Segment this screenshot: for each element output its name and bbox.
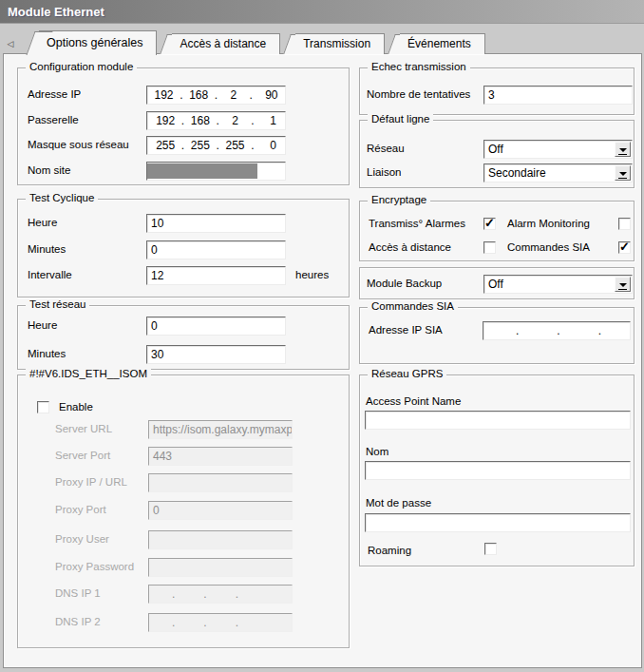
proxy-ip-url-label: Proxy IP / URL bbox=[55, 476, 127, 488]
proxy-port-label: Proxy Port bbox=[55, 504, 106, 515]
liaison-dropdown-value: Secondaire bbox=[488, 164, 546, 182]
nom-label: Nom bbox=[366, 446, 388, 457]
heures-unit-label: heures bbox=[295, 269, 329, 280]
dropdown-arrow-button[interactable] bbox=[615, 165, 631, 181]
adresse-ip-sia-input[interactable]: . . . bbox=[483, 321, 631, 340]
group-title: Echec transmission bbox=[368, 61, 470, 72]
reseau-label: Réseau bbox=[367, 143, 405, 154]
tab-label: Accès à distance bbox=[180, 37, 266, 50]
mot-de-passe-input[interactable] bbox=[365, 513, 631, 532]
module-backup-dropdown-value: Off bbox=[488, 276, 503, 293]
group-title: Configuration module bbox=[26, 61, 137, 72]
group-title: Commandes SIA bbox=[368, 300, 458, 312]
acces-a-distance-label: Accès à distance bbox=[369, 241, 451, 253]
module-backup-label: Module Backup bbox=[367, 278, 442, 289]
group-encryptage: Encryptage Transmiss° Alarmes Alarm Moni… bbox=[359, 201, 635, 261]
proxy-user-label: Proxy User bbox=[55, 533, 109, 545]
adresse-ip-label: Adresse IP bbox=[28, 88, 81, 100]
tab-evenements[interactable]: Événements bbox=[400, 33, 485, 54]
module-backup-dropdown[interactable]: Off bbox=[483, 275, 633, 294]
roaming-label: Roaming bbox=[368, 545, 411, 556]
transmiss-alarmes-checkbox[interactable] bbox=[483, 218, 496, 230]
dropdown-underline bbox=[618, 154, 627, 155]
group-configuration-module: Configuration module Adresse IP 192 . 16… bbox=[17, 67, 350, 185]
proxy-password-label: Proxy Password bbox=[55, 561, 134, 572]
masque-sous-reseau-input[interactable]: 255 . 255 . 255 . 0 bbox=[146, 136, 286, 155]
dropdown-underline bbox=[618, 289, 627, 290]
intervalle-label: Intervalle bbox=[28, 269, 72, 280]
heure-input[interactable]: 10 bbox=[146, 214, 286, 233]
tab-scroll-left-button[interactable]: ◁ bbox=[3, 33, 18, 54]
group-title: Défaut ligne bbox=[368, 113, 433, 125]
proxy-user-input bbox=[148, 530, 293, 549]
liaison-dropdown[interactable]: Secondaire bbox=[483, 163, 633, 182]
group-title: Test réseau bbox=[26, 298, 89, 310]
chevron-down-icon bbox=[619, 172, 627, 176]
scroll-left-icon: ◁ bbox=[8, 39, 14, 48]
title-bar: Module Ethernet bbox=[0, 0, 644, 24]
passerelle-input[interactable]: 192 . 168 . 2 . 1 bbox=[146, 111, 286, 130]
passerelle-label: Passerelle bbox=[28, 114, 79, 125]
commandes-sia-label: Commandes SIA bbox=[507, 241, 590, 253]
chevron-down-icon bbox=[619, 148, 627, 152]
mot-de-passe-label: Mot de passe bbox=[366, 497, 431, 509]
alarm-monitoring-checkbox[interactable] bbox=[618, 218, 631, 230]
adresse-ip-input[interactable]: 192 . 168 . 2 . 90 bbox=[146, 86, 286, 105]
tab-label: Transmission bbox=[303, 37, 370, 50]
tab-label: Événements bbox=[407, 37, 471, 50]
tab-transmission[interactable]: Transmission bbox=[295, 33, 385, 54]
module-ethernet-window: Module Ethernet ◁ Options générales Accè… bbox=[0, 0, 644, 672]
dns-ip-2-input: . . . bbox=[148, 613, 293, 632]
tab-options-generales[interactable]: Options générales bbox=[39, 30, 157, 55]
liaison-label: Liaison bbox=[367, 166, 401, 178]
group-reseau-gprs: Réseau GPRS Access Point Name Nom Mot de… bbox=[359, 374, 635, 566]
minutes-label: Minutes bbox=[28, 243, 66, 255]
adresse-ip-sia-label: Adresse IP SIA bbox=[369, 324, 443, 336]
group-defaut-ligne: Défaut ligne Réseau Off Liaison Secondai… bbox=[359, 120, 635, 188]
dns-ip-2-label: DNS IP 2 bbox=[55, 616, 101, 627]
group-title: #!#V6.IDS_ETH__ISOM bbox=[26, 368, 151, 379]
commandes-sia-checkbox[interactable] bbox=[618, 241, 631, 254]
heure-label: Heure bbox=[28, 217, 57, 228]
minutes-input[interactable]: 30 bbox=[146, 345, 286, 364]
group-test-cyclique: Test Cyclique Heure 10 Minutes 0 Interva… bbox=[17, 199, 350, 298]
transmiss-alarmes-label: Transmiss° Alarmes bbox=[369, 218, 465, 229]
reseau-dropdown[interactable]: Off bbox=[483, 140, 633, 159]
group-title: Encryptage bbox=[368, 194, 430, 205]
server-url-input: https://isom.galaxy.mymaxproc bbox=[148, 420, 293, 439]
nombre-de-tentatives-input[interactable]: 3 bbox=[483, 86, 633, 105]
dns-ip-1-input: . . . bbox=[148, 585, 293, 604]
redaction-blob bbox=[147, 163, 257, 179]
minutes-label: Minutes bbox=[28, 348, 66, 359]
acces-a-distance-checkbox[interactable] bbox=[483, 241, 496, 254]
dropdown-arrow-button[interactable] bbox=[615, 277, 631, 292]
window-title: Module Ethernet bbox=[0, 0, 644, 24]
intervalle-input[interactable]: 12 bbox=[146, 266, 286, 285]
server-port-input: 443 bbox=[148, 447, 293, 466]
nom-site-input[interactable] bbox=[146, 162, 286, 181]
server-url-label: Server URL bbox=[55, 423, 112, 434]
masque-sous-reseau-label: Masque sous réseau bbox=[28, 139, 129, 150]
enable-checkbox[interactable] bbox=[37, 401, 49, 413]
heure-input[interactable]: 0 bbox=[146, 317, 286, 336]
enable-label: Enable bbox=[59, 401, 93, 413]
proxy-port-input: 0 bbox=[148, 501, 293, 520]
minutes-input[interactable]: 0 bbox=[146, 240, 286, 259]
roaming-checkbox[interactable] bbox=[484, 543, 497, 555]
tab-acces-a-distance[interactable]: Accès à distance bbox=[172, 33, 280, 54]
dropdown-arrow-button[interactable] bbox=[615, 142, 631, 157]
proxy-ip-url-input bbox=[148, 473, 293, 492]
alarm-monitoring-label: Alarm Monitoring bbox=[507, 218, 590, 229]
group-title: Réseau GPRS bbox=[368, 368, 446, 379]
chevron-down-icon bbox=[619, 283, 627, 287]
options-generales-panel: Configuration module Adresse IP 192 . 16… bbox=[3, 53, 642, 668]
tab-label: Options générales bbox=[47, 36, 142, 49]
group-test-reseau: Test réseau Heure 0 Minutes 30 bbox=[17, 305, 350, 370]
server-port-label: Server Port bbox=[55, 450, 110, 461]
heure-label: Heure bbox=[28, 319, 57, 331]
group-module-backup: Module Backup Off bbox=[359, 267, 635, 299]
group-echec-transmission: Echec transmission Nombre de tentatives … bbox=[359, 67, 635, 115]
proxy-password-input bbox=[148, 558, 293, 577]
nom-input[interactable] bbox=[365, 461, 631, 480]
access-point-name-input[interactable] bbox=[365, 411, 631, 430]
